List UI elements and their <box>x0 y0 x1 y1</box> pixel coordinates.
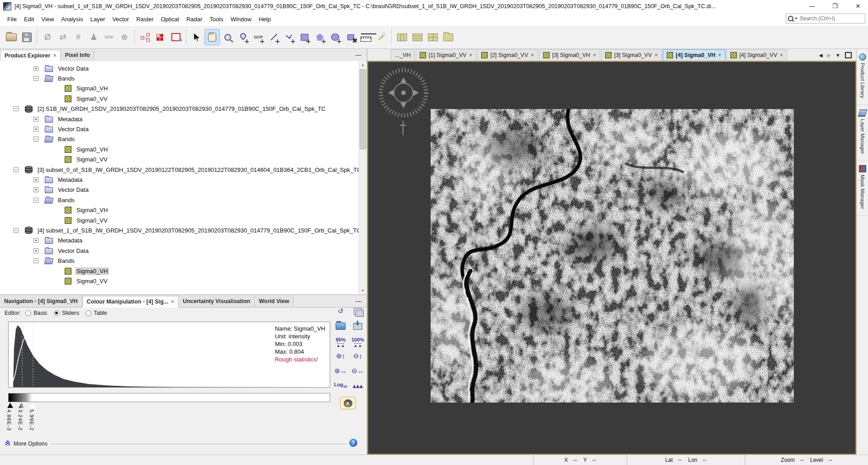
zoom-in-horizontal-button[interactable]: ⊕↔ <box>333 365 348 377</box>
bottom-tab[interactable]: Navigation - [4] Sigma0_VH <box>0 295 82 307</box>
expand-icon[interactable]: + <box>33 127 38 132</box>
close-icon[interactable]: × <box>718 52 721 58</box>
tree-node[interactable]: +Vector Data <box>0 185 367 195</box>
help-button[interactable]: ? <box>349 439 357 447</box>
zoom-out-horizontal-button[interactable]: ⊖↔ <box>350 365 365 377</box>
import-product-icon[interactable]: ⇄ <box>55 29 71 45</box>
search-box[interactable] <box>786 14 865 24</box>
tree-node[interactable]: +Metadata <box>0 114 367 124</box>
close-icon[interactable]: × <box>53 52 56 59</box>
restore-button[interactable]: ❐ <box>825 3 845 9</box>
image-canvas[interactable] <box>367 61 856 455</box>
tree-node[interactable]: −Bands <box>0 134 367 144</box>
float-group-icon[interactable] <box>441 29 456 45</box>
image-tab[interactable]: [1] Sigma0_VV× <box>416 49 476 61</box>
pin-tool-icon[interactable] <box>235 29 251 45</box>
subset-grid-icon[interactable]: # <box>71 29 86 45</box>
tree-node[interactable]: −[2] S1B_IW_GRDH_1SDV_20190203T082905_20… <box>0 104 367 114</box>
explorer-tab[interactable]: Product Explorer× <box>0 50 61 62</box>
tile-columns-icon[interactable] <box>394 29 410 45</box>
collapse-icon[interactable]: − <box>14 167 19 172</box>
distribute-evenly-button[interactable]: ▴▴▴ <box>350 380 365 392</box>
colour-palette-editor-button[interactable] <box>340 397 356 409</box>
stretch-100-button[interactable]: 100% <box>350 335 365 347</box>
scroll-tabs-right-icon[interactable]: ▶ <box>827 52 831 58</box>
minimize-panel-icon[interactable]: — <box>356 52 361 58</box>
radio-icon[interactable] <box>85 310 91 316</box>
pin-manager-icon[interactable]: ♟ <box>86 29 101 45</box>
tree-node[interactable]: −[4] subset_1_of_S1B_IW_GRDH_1SDV_201902… <box>0 225 367 235</box>
scroll-tabs-left-icon[interactable]: ◀ <box>819 52 822 58</box>
close-button[interactable]: ✕ <box>848 3 868 9</box>
polygon-tool-icon[interactable] <box>312 29 327 45</box>
expand-icon[interactable]: + <box>33 66 38 71</box>
tree-node[interactable]: Sigma0_VV <box>0 94 367 104</box>
minimize-panel-icon[interactable]: — <box>356 298 361 304</box>
tab-list-dropdown-icon[interactable]: ▼ <box>835 52 840 58</box>
apply-to-other-bands-button[interactable] <box>350 305 365 318</box>
bottom-tab[interactable]: Uncertainty Visualisation <box>179 295 255 307</box>
pan-compass-widget[interactable] <box>376 66 431 120</box>
tree-node[interactable]: −Bands <box>0 256 367 266</box>
reopen-product-icon[interactable]: Ø <box>40 29 55 45</box>
magic-wand-tool-icon[interactable] <box>374 29 389 45</box>
expand-icon[interactable]: + <box>33 187 38 192</box>
menu-view[interactable]: View <box>38 14 57 24</box>
stretch-95-button[interactable]: 95% <box>333 335 348 347</box>
close-icon[interactable]: × <box>171 299 174 305</box>
collapse-icon[interactable]: − <box>33 258 38 263</box>
close-icon[interactable]: × <box>780 52 783 58</box>
bottom-tab[interactable]: Colour Manipulation - [4] Sig...× <box>82 296 179 308</box>
image-tab[interactable]: [3] Sigma0_VV× <box>601 49 662 61</box>
pan-tool-icon[interactable] <box>204 29 220 45</box>
minimize-button[interactable]: — <box>802 3 822 9</box>
sar-image[interactable] <box>431 109 794 403</box>
maximize-view-icon[interactable] <box>845 52 852 58</box>
menu-radar[interactable]: Radar <box>183 14 206 24</box>
tree-node[interactable]: +Metadata <box>0 175 367 185</box>
sidebar-item-mask-manager[interactable]: Mask Manager <box>857 161 868 216</box>
tree-node[interactable]: Sigma0_VV <box>0 155 367 165</box>
menu-vector[interactable]: Vector <box>109 14 133 24</box>
tile-rows-icon[interactable] <box>410 29 425 45</box>
expand-icon[interactable]: + <box>33 117 38 122</box>
radio-icon[interactable] <box>25 310 31 316</box>
gcp-tool-icon[interactable]: GCP <box>251 29 266 45</box>
tree-node[interactable]: Sigma0_VH <box>0 144 367 154</box>
radio-icon[interactable] <box>54 310 60 316</box>
tree-node[interactable]: Sigma0_VH <box>0 205 367 215</box>
polyline-tool-icon[interactable] <box>281 29 297 45</box>
save-product-icon[interactable] <box>19 29 34 45</box>
menu-window[interactable]: Window <box>227 14 255 24</box>
zoom-tool-icon[interactable] <box>220 29 235 45</box>
range-finder-tool-icon[interactable] <box>358 29 374 45</box>
open-product-icon[interactable] <box>4 29 19 45</box>
editor-option-sliders[interactable]: Sliders <box>54 310 79 316</box>
graph-builder-icon[interactable] <box>138 29 153 45</box>
menu-file[interactable]: File <box>4 14 20 24</box>
collapse-icon[interactable]: − <box>33 198 38 203</box>
gcp-manager-icon[interactable]: GCP <box>101 29 117 45</box>
slider-handle-min[interactable] <box>7 403 13 408</box>
collapse-icon[interactable]: − <box>33 137 38 142</box>
world-map-icon[interactable]: ⊕ <box>117 29 132 45</box>
batch-processing-icon[interactable] <box>153 29 168 45</box>
image-tab-overflow[interactable]: ..._VH <box>391 49 415 61</box>
slider-handle-max[interactable] <box>30 403 36 408</box>
image-tab[interactable]: [4] Sigma0_VV× <box>726 49 787 61</box>
tree-node[interactable]: +Vector Data <box>0 246 367 256</box>
tree-node[interactable]: Sigma0_VV <box>0 215 367 225</box>
wkt-tool-icon[interactable] <box>343 29 358 45</box>
collapse-icon[interactable]: − <box>14 106 19 111</box>
mosaic-tool-icon[interactable] <box>168 29 184 45</box>
close-icon[interactable]: × <box>593 52 596 58</box>
search-input[interactable] <box>799 15 863 22</box>
close-icon[interactable]: × <box>655 52 658 58</box>
collapse-icon[interactable]: − <box>14 228 19 233</box>
menu-analysis[interactable]: Analysis <box>57 14 86 24</box>
expand-icon[interactable]: + <box>33 238 38 243</box>
close-icon[interactable]: × <box>531 52 534 58</box>
log10-scaling-button[interactable]: Log10 <box>333 380 348 392</box>
expand-icon[interactable]: + <box>33 177 38 182</box>
close-icon[interactable]: × <box>469 52 472 58</box>
